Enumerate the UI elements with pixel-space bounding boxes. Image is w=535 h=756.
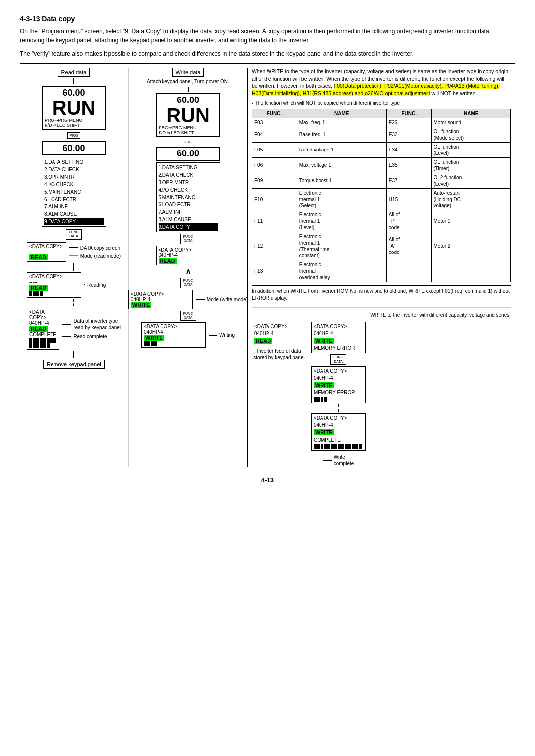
left-freq-1: 60.00 [45,88,103,98]
mid-data-copy-1: <DATA COPY> 040HP-4 READ [156,246,220,265]
page-number: 4-13 [20,476,515,484]
annot-mode-read: Mode (read mode) [80,253,121,259]
left-data-copy-1: <DATA COPY> ----- READ [27,242,66,262]
right-dc-2: <DATA COPY> 040HP-4 WRITE MEMORY ERROR [311,322,366,353]
left-prg-badge-1: PRG [67,132,80,139]
right-dc-4: <DATA COPY> 040HP-4 WRITE COMPLETE [311,413,366,450]
read-data-button[interactable]: Read data [58,68,90,77]
left-menu-box: 1.DATA SETTING 2.DATA CHECK 3.OPR MNTR 4… [42,157,106,227]
right-note-2: - The function which will NOT be copied … [252,100,511,107]
annot-write-complete: Writecomplete [334,454,354,467]
func-table: FUNC. NAME FUNC. NAME F03Max. freq. 1F26… [252,109,511,282]
mid-flow-column: Write data Attach keypad panel, Turn pow… [128,68,242,467]
mid-func-data-2: FUNCDATA [180,278,196,288]
page-title: 4-3-13 Data copy [20,15,515,23]
mid-func-data-1: FUNCDATA [180,234,196,244]
right-dc-3: <DATA COPY> 040HP-4 WRITE MEMORY ERROR [311,366,366,403]
mid-device-2: 60.00 [156,147,220,161]
right-note-main: When WRITE to the type of the inverter (… [252,68,511,97]
left-data-copy-3: <DATA COPY> 040HP-4 READ COMPLETE [27,308,59,350]
mid-data-copy-3: <DATA COPY> 040HP-4 WRITE [141,322,206,348]
mid-device-1: 60.00 RUN PRG⇒PRG MENU F/D ⇒LED SHIFT [156,93,220,137]
left-device-1: 60.00 RUN PRG⇒PRG MENU F/D ⇒LED SHIFT [42,86,106,130]
right-dc-1: <DATA COPY> 040HP-4 READ [252,322,306,346]
intro-text-2: The "verify" feature also makes it possi… [20,50,515,58]
mid-data-copy-2: <DATA COPY> 040HP-4 WRITE [128,290,193,309]
left-data-copy-2: <DATA COPY> ----- READ [27,272,81,298]
intro-text-1: On the "Program menu" screen, select "9.… [20,27,515,45]
remove-keypad-btn[interactable]: Remove keypad panel [43,360,104,369]
mid-prg-badge: PRG [182,139,194,145]
annot-writing: Writing [219,332,235,338]
right-bottom-note: In addition, when WRITE from inverter RO… [252,285,511,302]
main-diagram: Read data 60.00 RUN PRG⇒PRG MENU F/D ⇒LE… [20,63,515,471]
left-flow-column: Read data 60.00 RUN PRG⇒PRG MENU F/D ⇒LE… [24,68,123,467]
right-info-column: When WRITE to the type of the inverter (… [247,68,511,467]
annot-mode-write: Mode (write mode) [207,297,248,302]
left-run-1: RUN [45,98,103,118]
annot-data-copy-screen: DATA copy screen [80,245,120,251]
mid-func-data-3: FUNCDATA [180,311,196,321]
left-freq-2: 60.00 [45,143,103,153]
left-run-1-small: PRG⇒PRG MENU F/D ⇒LED SHIFT [45,118,103,128]
annot-data-inv: Data of inverter typeread by keypad pane… [73,318,121,331]
write-data-button[interactable]: Write data [172,68,204,77]
annot-read-complete: Read complete [73,334,107,339]
right-func-data-1: FUNCDATA [330,354,346,365]
annot-reading: Reading [87,282,106,288]
write-capacity-note: WRITE to the inverter with different cap… [252,312,511,319]
attach-label: Attach keypad panel, Turn power ON. [147,78,229,85]
left-device-2: 60.00 [42,141,106,155]
mid-menu-box: 1.DATA SETTING 2.DATA CHECK 3.OPR MNTR 4… [156,162,220,232]
left-func-data-1: FUNCDATA [66,229,82,240]
